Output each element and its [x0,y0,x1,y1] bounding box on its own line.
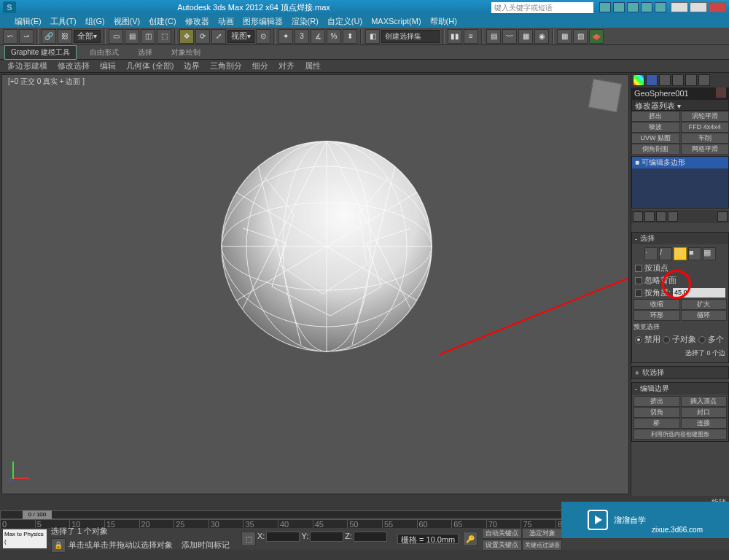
menu-create[interactable]: 创建(C) [149,16,176,27]
subtab-geom[interactable]: 几何体 (全部) [123,60,176,72]
modifier-stack[interactable]: ■ 可编辑多边形 [631,156,729,209]
app-logo[interactable]: S [3,1,16,13]
menu-graph[interactable]: 图形编辑器 [243,16,283,27]
configure-icon[interactable] [717,211,728,222]
menu-view[interactable]: 视图(V) [114,16,141,27]
create-tab-icon[interactable] [633,74,644,86]
menu-customize[interactable]: 自定义(U) [327,16,362,27]
connect-button[interactable]: 连接 [681,418,728,429]
viewport[interactable]: [+0 正交 0 真实 + 边面 ] z [1,74,629,494]
rotate-icon[interactable]: ⟳ [195,29,210,44]
percent-snap-icon[interactable]: % [327,29,341,44]
curve-editor-icon[interactable]: 〰 [502,29,517,44]
autokey-button[interactable]: 自动关键点 [482,528,522,539]
extrude-button[interactable]: 挤出 [634,396,680,407]
selection-filter-dropdown[interactable]: 全部 ▾ [74,30,101,43]
graphite-tab-selection[interactable]: 选择 [132,46,158,59]
mirror-icon[interactable]: ▮▮ [448,29,462,44]
move-icon[interactable]: ✥ [179,29,194,44]
time-slider-thumb[interactable]: 0 / 100 [23,510,52,519]
show-end-icon[interactable] [644,211,655,222]
menu-maxscript[interactable]: MAXScript(M) [371,17,421,26]
by-vertex-checkbox[interactable] [635,265,642,272]
title-icon[interactable] [627,2,639,12]
menu-render[interactable]: 渲染(R) [292,16,319,27]
title-icon[interactable] [599,2,611,12]
rollout-edit-border-header[interactable]: 编辑边界 [632,383,728,394]
stack-item-epoly[interactable]: ■ 可编辑多边形 [632,157,728,168]
edge-mode-icon[interactable]: / [659,247,672,260]
pivot-icon[interactable]: ⊙ [256,29,270,44]
setkey-button[interactable]: 设置关键点 [482,540,522,551]
graphite-tab-modeling[interactable]: Graphite 建模工具 [4,45,77,60]
preset-meshsmooth[interactable]: 网格平滑 [681,144,730,155]
key-mode-icon[interactable]: 🔑 [463,532,477,546]
menu-group[interactable]: 组(G) [85,16,105,27]
vertex-mode-icon[interactable]: · [644,247,658,260]
subtab-edit[interactable]: 编辑 [97,60,119,72]
add-time-tag-button[interactable]: 添加时间标记 [182,540,230,551]
motion-tab-icon[interactable] [672,74,684,86]
make-unique-icon[interactable] [656,211,666,222]
rollout-selection-header[interactable]: 选择 [632,233,728,244]
subtab-props[interactable]: 属性 [302,60,324,72]
menu-tools[interactable]: 工具(T) [50,16,77,27]
border-mode-icon[interactable]: ⬡ [674,247,687,260]
abs-transform-icon[interactable]: ⬚ [241,532,256,546]
keyfilter-button[interactable]: 关键点过滤器 [522,540,562,551]
by-angle-spinner[interactable]: 45.0 [673,288,725,298]
viewport-label[interactable]: [+0 正交 0 真实 + 边面 ] [8,77,85,87]
undo-icon[interactable]: ⤺ [3,29,17,44]
close-button[interactable] [709,2,726,12]
title-icon[interactable] [641,2,652,12]
subtab-align[interactable]: 对齐 [276,60,297,72]
utilities-tab-icon[interactable] [698,74,710,86]
ref-coord-dropdown[interactable]: 视图 ▾ [227,30,254,43]
element-mode-icon[interactable]: ▦ [703,247,716,260]
schematic-icon[interactable]: ▦ [518,29,533,44]
preset-lathe[interactable]: 车削 [681,133,730,144]
loop-button[interactable]: 循环 [681,310,728,321]
chamfer-button[interactable]: 切角 [634,407,680,418]
select-name-icon[interactable]: ▤ [125,29,139,44]
title-icon[interactable] [655,2,666,12]
preset-ffd[interactable]: FFD 4x4x4 [681,122,730,133]
menu-animation[interactable]: 动画 [218,16,234,27]
select-icon[interactable]: ▭ [109,29,123,44]
remove-mod-icon[interactable] [668,211,678,222]
lock-selection-icon[interactable]: 🔒 [51,538,66,553]
object-color-swatch[interactable] [716,88,726,98]
preset-noise[interactable]: 噪波 [631,122,680,133]
preset-uvw[interactable]: UVW 贴图 [631,133,680,144]
help-search-input[interactable]: 键入关键字或短语 [491,2,593,13]
preview-multi-radio[interactable] [698,336,706,343]
modifier-list-dropdown[interactable]: 修改器列表 ▾ [631,99,729,111]
insert-vertex-button[interactable]: 插入顶点 [681,396,728,407]
subtab-subdiv[interactable]: 细分 [249,60,271,72]
spinner-snap-icon[interactable]: ⬍ [343,29,357,44]
title-icon[interactable] [613,2,625,12]
render-setup-icon[interactable]: ▦ [557,29,572,44]
material-icon[interactable]: ◉ [534,29,549,44]
subtab-border[interactable]: 边界 [181,60,203,72]
rollout-soft-header[interactable]: 软选择 [632,367,728,378]
subtab-tri[interactable]: 三角剖分 [207,60,245,72]
graphite-tab-freeform[interactable]: 自由形式 [84,46,125,59]
menu-help[interactable]: 帮助(H) [430,16,457,27]
preview-subobj-radio[interactable] [663,336,670,343]
ring-button[interactable]: 环形 [634,310,680,321]
layer-icon[interactable]: ▤ [486,29,501,44]
ignore-backfacing-checkbox[interactable] [635,277,642,284]
subtab-polymodel[interactable]: 多边形建模 [4,60,50,72]
menu-edit[interactable]: 编辑(E) [15,16,42,27]
object-name-field[interactable]: GeoSphere001 [631,88,729,99]
modify-tab-icon[interactable] [646,74,658,86]
preset-turbosmooth[interactable]: 涡轮平滑 [681,111,730,122]
preset-bevel[interactable]: 倒角剖面 [631,144,680,155]
geosphere-object[interactable] [221,141,432,352]
by-angle-checkbox[interactable] [635,289,642,297]
link-icon[interactable]: 🔗 [42,29,56,44]
snap-toggle-icon[interactable]: 3 [295,29,309,44]
named-selection-dropdown[interactable]: 创建选择集 [381,30,440,43]
x-input[interactable] [266,532,300,542]
